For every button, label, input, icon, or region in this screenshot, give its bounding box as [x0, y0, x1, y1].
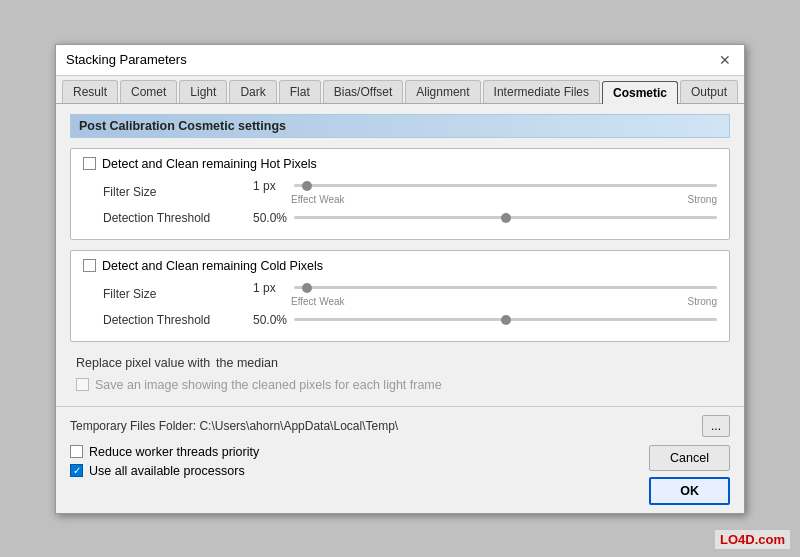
- stacking-parameters-window: Stacking Parameters ✕ Result Comet Light…: [55, 44, 745, 514]
- browse-button[interactable]: ...: [702, 415, 730, 437]
- use-all-processors-checkbox[interactable]: [70, 464, 83, 477]
- tab-dark[interactable]: Dark: [229, 80, 276, 103]
- hot-filter-size-row: Filter Size 1 px Effect Weak Strong: [83, 179, 717, 205]
- tab-result[interactable]: Result: [62, 80, 118, 103]
- cold-filter-size-top: 1 px: [253, 281, 717, 295]
- replace-value: the median: [216, 356, 278, 370]
- watermark: LO4D.com: [715, 530, 790, 549]
- hot-threshold-top: 50.0%: [253, 211, 717, 225]
- cold-pixels-group: Detect and Clean remaining Cold Pixels F…: [70, 250, 730, 342]
- tab-bar: Result Comet Light Dark Flat Bias/Offset…: [56, 76, 744, 104]
- tab-comet[interactable]: Comet: [120, 80, 177, 103]
- cold-filter-size-slider[interactable]: [294, 286, 717, 289]
- hot-filter-size-label: Filter Size: [103, 185, 253, 199]
- main-content: Post Calibration Cosmetic settings Detec…: [56, 104, 744, 406]
- cold-filter-size-labels: Effect Weak Strong: [253, 296, 717, 307]
- save-image-label: Save an image showing the cleaned pixels…: [95, 378, 442, 392]
- action-buttons: Cancel OK: [649, 445, 730, 505]
- temp-folder-label: Temporary Files Folder: C:\Users\ahorn\A…: [70, 419, 696, 433]
- hot-pixels-group: Detect and Clean remaining Hot Pixels Fi…: [70, 148, 730, 240]
- tab-alignment[interactable]: Alignment: [405, 80, 480, 103]
- hot-pixels-title: Detect and Clean remaining Hot Pixels: [83, 157, 717, 171]
- cold-filter-size-row: Filter Size 1 px Effect Weak Strong: [83, 281, 717, 307]
- cold-threshold-label: Detection Threshold: [103, 313, 253, 327]
- footer: Temporary Files Folder: C:\Users\ahorn\A…: [56, 406, 744, 513]
- replace-row: Replace pixel value with the median: [70, 352, 730, 374]
- hot-threshold-slider[interactable]: [294, 216, 717, 219]
- reduce-threads-label: Reduce worker threads priority: [89, 445, 259, 459]
- cancel-button[interactable]: Cancel: [649, 445, 730, 471]
- cold-filter-size-value: 1 px: [253, 281, 288, 295]
- hot-threshold-value: 50.0%: [253, 211, 288, 225]
- hot-filter-size-slider-container: 1 px Effect Weak Strong: [253, 179, 717, 205]
- reduce-threads-row: Reduce worker threads priority: [70, 445, 641, 459]
- tab-cosmetic[interactable]: Cosmetic: [602, 81, 678, 104]
- title-bar: Stacking Parameters ✕: [56, 45, 744, 76]
- use-all-processors-row: Use all available processors: [70, 464, 641, 478]
- cold-threshold-value: 50.0%: [253, 313, 288, 327]
- close-button[interactable]: ✕: [716, 51, 734, 69]
- use-all-processors-label: Use all available processors: [89, 464, 245, 478]
- cold-pixels-label: Detect and Clean remaining Cold Pixels: [102, 259, 323, 273]
- cold-threshold-top: 50.0%: [253, 313, 717, 327]
- cold-threshold-slider[interactable]: [294, 318, 717, 321]
- tab-intermediate[interactable]: Intermediate Files: [483, 80, 600, 103]
- cold-pixels-title: Detect and Clean remaining Cold Pixels: [83, 259, 717, 273]
- hot-threshold-row: Detection Threshold 50.0%: [83, 211, 717, 225]
- tab-bias[interactable]: Bias/Offset: [323, 80, 403, 103]
- hot-pixels-checkbox[interactable]: [83, 157, 96, 170]
- hot-filter-size-labels: Effect Weak Strong: [253, 194, 717, 205]
- save-row: Save an image showing the cleaned pixels…: [70, 374, 730, 396]
- cold-filter-weak-label: Effect Weak: [291, 296, 345, 307]
- checkboxes-col: Reduce worker threads priority Use all a…: [70, 445, 641, 478]
- cold-filter-strong-label: Strong: [688, 296, 717, 307]
- ok-button[interactable]: OK: [649, 477, 730, 505]
- hot-threshold-label: Detection Threshold: [103, 211, 253, 225]
- hot-pixels-label: Detect and Clean remaining Hot Pixels: [102, 157, 317, 171]
- tab-flat[interactable]: Flat: [279, 80, 321, 103]
- cold-filter-size-label: Filter Size: [103, 287, 253, 301]
- cold-pixels-checkbox[interactable]: [83, 259, 96, 272]
- save-image-checkbox[interactable]: [76, 378, 89, 391]
- temp-folder-row: Temporary Files Folder: C:\Users\ahorn\A…: [70, 415, 730, 437]
- hot-threshold-slider-container: 50.0%: [253, 211, 717, 225]
- buttons-row: Reduce worker threads priority Use all a…: [70, 445, 730, 505]
- hot-filter-size-slider[interactable]: [294, 184, 717, 187]
- hot-filter-size-value: 1 px: [253, 179, 288, 193]
- cold-threshold-row: Detection Threshold 50.0%: [83, 313, 717, 327]
- tab-output[interactable]: Output: [680, 80, 738, 103]
- window-title: Stacking Parameters: [66, 52, 187, 67]
- hot-filter-size-top: 1 px: [253, 179, 717, 193]
- cold-threshold-slider-container: 50.0%: [253, 313, 717, 327]
- reduce-threads-checkbox[interactable]: [70, 445, 83, 458]
- replace-label: Replace pixel value with: [76, 356, 210, 370]
- cold-filter-size-slider-container: 1 px Effect Weak Strong: [253, 281, 717, 307]
- tab-light[interactable]: Light: [179, 80, 227, 103]
- hot-filter-strong-label: Strong: [688, 194, 717, 205]
- hot-filter-weak-label: Effect Weak: [291, 194, 345, 205]
- section-header: Post Calibration Cosmetic settings: [70, 114, 730, 138]
